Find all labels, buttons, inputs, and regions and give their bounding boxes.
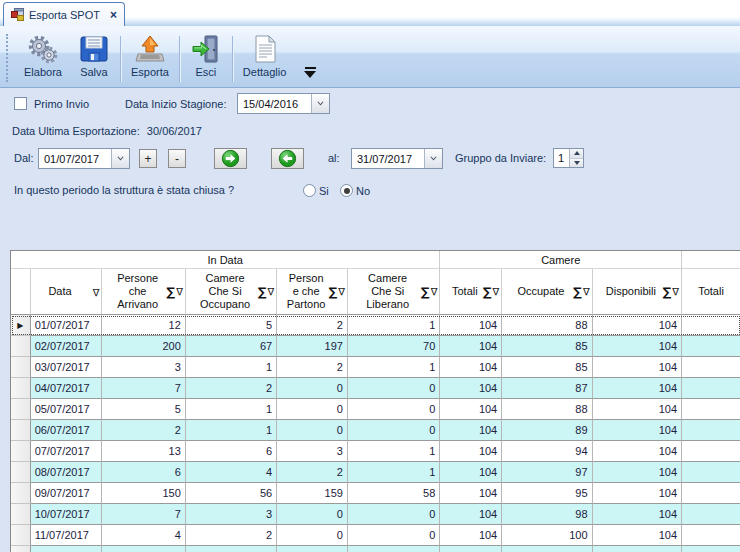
primo-invio-checkbox[interactable] (14, 97, 27, 110)
cell-value[interactable]: 85 (502, 357, 592, 378)
cell-value[interactable]: 56 (186, 483, 277, 504)
table-row[interactable]: 11/07/20174200104100104 (11, 525, 740, 546)
next-period-button[interactable] (214, 148, 247, 169)
cell-value[interactable]: 104 (440, 399, 502, 420)
cell-value[interactable] (277, 546, 348, 552)
filter-icon[interactable]: ∇ (431, 286, 438, 297)
cell-value[interactable]: 104 (440, 336, 502, 357)
table-row[interactable]: 04/07/2017720010487104 (11, 378, 740, 399)
cell-value[interactable] (502, 546, 592, 552)
gruppo-spinner[interactable]: 1 (553, 148, 584, 168)
cell-value[interactable]: 3 (277, 441, 348, 462)
cell-value[interactable]: 104 (440, 525, 502, 546)
cell-value[interactable] (348, 546, 440, 552)
cell-value[interactable] (682, 462, 740, 483)
cell-value[interactable]: 150 (102, 483, 186, 504)
toolbar-overflow-button[interactable] (300, 65, 320, 80)
cell-value[interactable]: 197 (277, 336, 348, 357)
filter-icon[interactable]: ∇ (268, 286, 275, 297)
cell-value[interactable]: 104 (440, 357, 502, 378)
cell-date[interactable]: 07/07/2017 (31, 441, 103, 462)
dropdown-button[interactable] (311, 94, 329, 113)
radio-si[interactable] (303, 184, 316, 197)
filter-icon[interactable]: ∇ (176, 286, 183, 297)
cell-date[interactable]: 01/07/2017 (31, 315, 103, 336)
spinner-down-button[interactable] (570, 159, 583, 168)
cell-value[interactable]: 13 (102, 441, 186, 462)
cell-value[interactable]: 104 (593, 483, 682, 504)
sigma-icon[interactable]: ∑ (573, 285, 582, 299)
cell-date[interactable]: 11/07/2017 (31, 525, 103, 546)
column-header[interactable]: Disponibili∑∇ (593, 269, 682, 315)
cell-value[interactable]: 104 (593, 357, 682, 378)
cell-value[interactable]: 1 (348, 357, 440, 378)
cell-value[interactable] (102, 546, 186, 552)
sigma-icon[interactable]: ∑ (329, 285, 338, 299)
cell-value[interactable] (682, 357, 740, 378)
cell-value[interactable] (682, 336, 740, 357)
row-header[interactable] (11, 378, 31, 399)
prev-period-button[interactable] (271, 148, 304, 169)
column-header[interactable]: Occupate∑∇ (502, 269, 592, 315)
cell-value[interactable]: 104 (593, 420, 682, 441)
cell-value[interactable] (682, 525, 740, 546)
row-header[interactable]: ▶ (11, 315, 31, 336)
cell-value[interactable]: 94 (502, 441, 592, 462)
cell-value[interactable]: 100 (502, 525, 592, 546)
cell-value[interactable]: 0 (277, 504, 348, 525)
cell-date[interactable]: 02/07/2017 (31, 336, 103, 357)
row-header[interactable] (11, 420, 31, 441)
cell-value[interactable]: 85 (502, 336, 592, 357)
esporta-button[interactable]: Esporta (123, 29, 177, 80)
cell-value[interactable]: 104 (440, 315, 502, 336)
cell-value[interactable] (682, 483, 740, 504)
cell-value[interactable] (682, 399, 740, 420)
cell-value[interactable] (682, 546, 740, 552)
cell-value[interactable]: 98 (502, 504, 592, 525)
column-header[interactable]: CamereChe SiLiberano∑∇ (348, 269, 440, 315)
cell-date[interactable] (31, 546, 103, 552)
cell-value[interactable]: 1 (186, 357, 277, 378)
table-row[interactable]: 10/07/2017730010498104 (11, 504, 740, 525)
cell-value[interactable]: 88 (502, 315, 592, 336)
table-row[interactable]: 05/07/2017510010488104 (11, 399, 740, 420)
radio-no[interactable] (340, 184, 353, 197)
cell-value[interactable]: 104 (593, 504, 682, 525)
table-row[interactable]: 06/07/2017210010489104 (11, 420, 740, 441)
filter-icon[interactable]: ∇ (493, 286, 500, 297)
cell-value[interactable]: 2 (186, 525, 277, 546)
column-header[interactable]: Totali (682, 269, 740, 315)
row-header[interactable] (11, 546, 31, 552)
cell-value[interactable] (682, 504, 740, 525)
cell-value[interactable]: 95 (502, 483, 592, 504)
cell-value[interactable]: 0 (348, 504, 440, 525)
column-header[interactable]: Persone chePartono∑∇ (277, 269, 348, 315)
salva-button[interactable]: Salva (70, 29, 118, 80)
filter-icon[interactable]: ∇ (338, 286, 345, 297)
cell-value[interactable]: 104 (593, 441, 682, 462)
column-header[interactable]: Totali∑∇ (440, 269, 502, 315)
cell-value[interactable] (682, 441, 740, 462)
cell-value[interactable]: 2 (102, 420, 186, 441)
cell-value[interactable] (682, 420, 740, 441)
table-row[interactable]: 08/07/2017642110497104 (11, 462, 740, 483)
cell-value[interactable]: 1 (348, 462, 440, 483)
cell-value[interactable]: 104 (593, 336, 682, 357)
cell-value[interactable]: 2 (277, 315, 348, 336)
data-inizio-stagione-picker[interactable]: 15/04/2016 (237, 93, 330, 114)
cell-value[interactable] (682, 378, 740, 399)
cell-value[interactable]: 89 (502, 420, 592, 441)
column-header[interactable]: CamereChe SiOccupano∑∇ (186, 269, 277, 315)
cell-value[interactable]: 4 (102, 525, 186, 546)
cell-value[interactable]: 104 (593, 378, 682, 399)
cell-value[interactable]: 2 (277, 462, 348, 483)
cell-value[interactable]: 104 (440, 378, 502, 399)
toolbar-grip[interactable] (6, 34, 10, 82)
cell-value[interactable]: 104 (440, 462, 502, 483)
dal-date-picker[interactable]: 01/07/2017 (38, 148, 130, 169)
row-header[interactable] (11, 462, 31, 483)
sigma-icon[interactable]: ∑ (663, 285, 672, 299)
row-header[interactable] (11, 357, 31, 378)
cell-value[interactable]: 0 (348, 525, 440, 546)
sigma-icon[interactable]: ∑ (483, 285, 492, 299)
